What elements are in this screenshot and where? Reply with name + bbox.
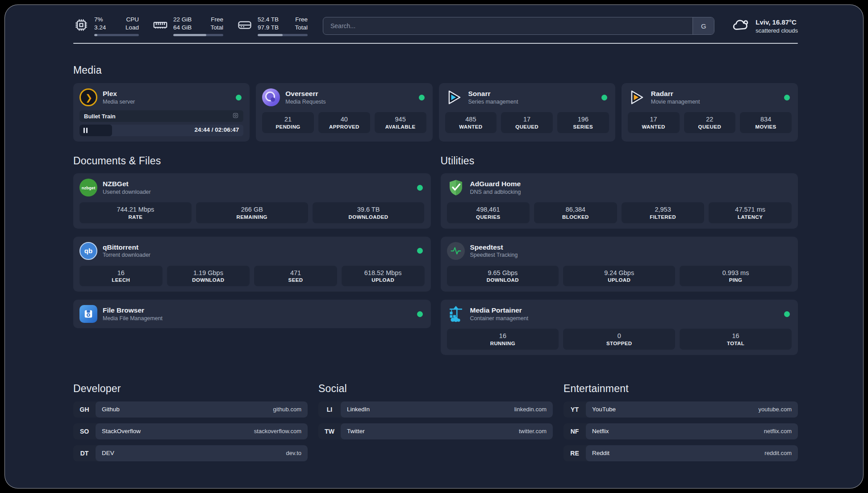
stat-tile: 21PENDING bbox=[262, 112, 314, 133]
service-card-sonarr[interactable]: Sonarr Series management 485WANTED 17QUE… bbox=[439, 83, 615, 142]
stat-tile: 618.52 MbpsUPLOAD bbox=[342, 266, 425, 287]
status-dot bbox=[601, 95, 607, 100]
stat-tile: 196SERIES bbox=[557, 112, 609, 133]
section-title-social: Social bbox=[318, 383, 553, 395]
app-name: Media Portainer bbox=[470, 306, 529, 314]
status-dot bbox=[417, 248, 423, 254]
portainer-icon bbox=[447, 305, 465, 323]
bookmark-abbr: RE bbox=[563, 445, 586, 461]
nzbget-icon: nzbget bbox=[79, 179, 97, 196]
stat-tile: 471SEED bbox=[254, 266, 337, 287]
app-subtitle: Container management bbox=[470, 315, 529, 322]
dashboard: 7%3.24 CPULoad 22 GiB64 GiB Free bbox=[4, 4, 864, 489]
stat-tile: 2,953FILTERED bbox=[622, 202, 705, 223]
bookmark-abbr: DT bbox=[73, 445, 96, 461]
overseerr-icon bbox=[262, 88, 280, 106]
weather-widget[interactable]: Lviv, 16.87°C scattered clouds bbox=[731, 16, 798, 36]
bookmark-youtube[interactable]: YT YouTubeyoutube.com bbox=[563, 401, 798, 418]
adguard-icon bbox=[447, 179, 465, 196]
bookmark-twitter[interactable]: TW Twittertwitter.com bbox=[318, 423, 553, 439]
bookmark-stackoverflow[interactable]: SO StackOverflowstackoverflow.com bbox=[73, 423, 308, 439]
status-dot bbox=[784, 95, 790, 100]
app-name: qBittorrent bbox=[103, 243, 150, 251]
app-name: File Browser bbox=[103, 306, 163, 314]
stat-tile: 86,384BLOCKED bbox=[534, 202, 617, 223]
stat-tile: 16RUNNING bbox=[447, 329, 559, 350]
bookmark-linkedin[interactable]: LI LinkedInlinkedin.com bbox=[318, 401, 553, 418]
stat-tile: 498,461QUERIES bbox=[447, 202, 530, 223]
scattered-clouds-icon bbox=[731, 16, 750, 36]
stat-tile: 16LEECH bbox=[79, 266, 163, 287]
camera-icon[interactable] bbox=[232, 112, 239, 121]
stat-tile: 9.24 GbpsUPLOAD bbox=[563, 266, 675, 287]
bookmark-abbr: NF bbox=[563, 423, 586, 439]
stat-tile: 0.993 msPING bbox=[680, 266, 792, 287]
section-title-media: Media bbox=[73, 64, 798, 76]
stat-tile: 0STOPPED bbox=[563, 329, 675, 350]
radarr-icon bbox=[628, 88, 646, 106]
playback-progress-bar: 24:44 / 02:06:47 bbox=[79, 125, 243, 136]
stat-tile: 22QUEUED bbox=[684, 112, 736, 133]
stat-tile: 16TOTAL bbox=[680, 329, 792, 350]
cpu-load-avg: 3.24 bbox=[94, 24, 106, 32]
bookmark-github[interactable]: GH Githubgithub.com bbox=[73, 401, 308, 418]
stat-tile: 834MOVIES bbox=[740, 112, 792, 133]
section-title-documents: Documents & Files bbox=[73, 155, 431, 167]
bookmark-reddit[interactable]: RE Redditreddit.com bbox=[563, 445, 798, 461]
service-card-qbittorrent[interactable]: qb qBittorrent Torrent downloader 16LEEC… bbox=[73, 237, 431, 292]
app-subtitle: Movie management bbox=[651, 98, 700, 105]
stat-tile: 17QUEUED bbox=[501, 112, 553, 133]
stat-tile: 485WANTED bbox=[445, 112, 497, 133]
status-dot bbox=[784, 311, 790, 317]
stat-tile: 266 GBREMAINING bbox=[196, 202, 308, 223]
search-input[interactable] bbox=[323, 17, 714, 35]
search-bar: G bbox=[323, 17, 714, 35]
search-engine-button[interactable]: G bbox=[693, 17, 714, 34]
service-card-filebrowser[interactable]: File Browser Media File Management bbox=[73, 300, 431, 328]
service-card-adguard[interactable]: AdGuard Home DNS and adblocking 498,461Q… bbox=[441, 173, 798, 229]
status-dot bbox=[236, 95, 242, 100]
bookmark-dev[interactable]: DT DEVdev.to bbox=[73, 445, 308, 461]
bookmark-abbr: SO bbox=[73, 423, 96, 439]
app-name: Sonarr bbox=[468, 89, 518, 98]
section-title-utilities: Utilities bbox=[441, 155, 798, 167]
service-card-plex[interactable]: ❯ Plex Media server Bullet Train bbox=[73, 83, 250, 142]
bookmark-abbr: YT bbox=[563, 401, 586, 418]
ram-free: 22 GiB bbox=[173, 16, 192, 24]
cpu-usage: 7% bbox=[94, 16, 106, 24]
app-name: AdGuard Home bbox=[470, 180, 521, 188]
service-card-radarr[interactable]: Radarr Movie management 17WANTED 22QUEUE… bbox=[622, 83, 798, 142]
app-subtitle: Usenet downloader bbox=[103, 188, 151, 196]
stat-tile: 47.571 msLATENCY bbox=[709, 202, 792, 223]
system-stats: 7%3.24 CPULoad 22 GiB64 GiB Free bbox=[73, 16, 308, 36]
section-title-developer: Developer bbox=[73, 383, 308, 395]
bookmark-netflix[interactable]: NF Netflixnetflix.com bbox=[563, 423, 798, 439]
service-card-speedtest[interactable]: Speedtest Speedtest Tracking 9.65 GbpsDO… bbox=[441, 237, 798, 292]
app-name: Speedtest bbox=[470, 243, 518, 251]
pause-icon[interactable] bbox=[83, 128, 88, 133]
app-name: Radarr bbox=[651, 89, 700, 98]
disk-icon bbox=[237, 17, 253, 35]
service-card-nzbget[interactable]: nzbget NZBGet Usenet downloader 744.21 M… bbox=[73, 173, 431, 229]
now-playing-title: Bullet Train bbox=[84, 113, 116, 120]
stat-tile: 9.65 GbpsDOWNLOAD bbox=[447, 266, 559, 287]
stat-tile: 1.19 GbpsDOWNLOAD bbox=[167, 266, 250, 287]
app-subtitle: Media server bbox=[103, 98, 135, 105]
disk-progress-bar bbox=[258, 34, 308, 36]
bookmark-abbr: TW bbox=[318, 423, 341, 439]
service-card-portainer[interactable]: Media Portainer Container management 16R… bbox=[441, 300, 798, 355]
app-subtitle: Media File Management bbox=[103, 315, 163, 322]
app-subtitle: Media Requests bbox=[285, 98, 326, 105]
cpu-icon bbox=[73, 17, 89, 35]
disk-stat: 52.4 TB97.9 TB FreeTotal bbox=[237, 16, 308, 36]
cpu-stat: 7%3.24 CPULoad bbox=[73, 16, 139, 36]
service-card-overseerr[interactable]: Overseerr Media Requests 21PENDING 40APP… bbox=[256, 83, 432, 142]
ram-total: 64 GiB bbox=[173, 24, 192, 32]
ram-progress-bar bbox=[173, 34, 223, 36]
playback-time: 24:44 / 02:06:47 bbox=[194, 126, 239, 133]
app-subtitle: Torrent downloader bbox=[103, 251, 150, 259]
plex-icon: ❯ bbox=[79, 88, 97, 106]
section-title-entertainment: Entertainment bbox=[563, 383, 798, 395]
now-playing: Bullet Train bbox=[79, 110, 243, 122]
app-name: Plex bbox=[103, 89, 135, 98]
